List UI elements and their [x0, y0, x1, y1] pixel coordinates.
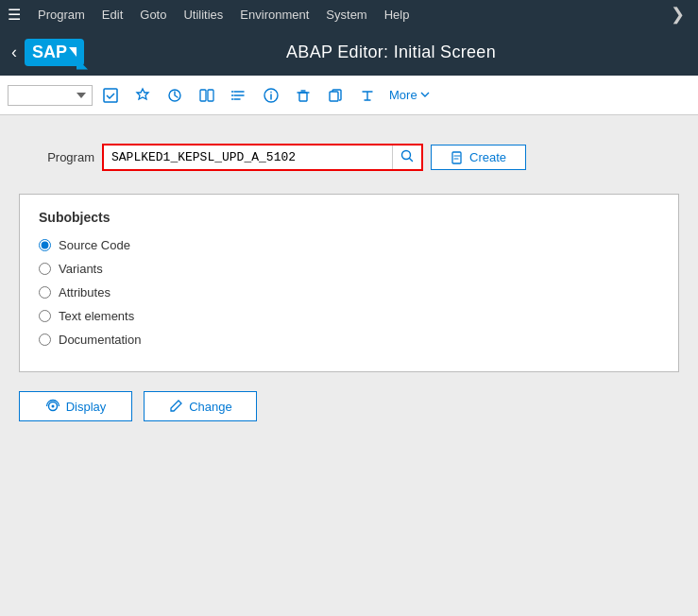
radio-item-docs[interactable]: Documentation [39, 333, 659, 347]
svg-rect-9 [299, 93, 307, 101]
toolbar-text-btn[interactable] [353, 83, 382, 108]
toolbar-delete-btn[interactable] [289, 83, 317, 108]
toolbar-select[interactable] [8, 85, 93, 106]
radio-item-variants[interactable]: Variants [39, 262, 659, 276]
radio-attributes[interactable] [39, 286, 51, 299]
subobjects-title: Subobjects [39, 210, 659, 225]
svg-point-5 [231, 94, 233, 96]
change-label: Change [189, 400, 232, 414]
create-button[interactable]: Create [431, 145, 526, 170]
menu-item-goto[interactable]: Goto [132, 4, 174, 26]
menu-item-utilities[interactable]: Utilities [176, 4, 230, 26]
more-label: More [389, 88, 417, 102]
menu-item-environment[interactable]: Environment [232, 4, 316, 26]
menu-item-system[interactable]: System [318, 4, 374, 26]
radio-variants-label: Variants [59, 262, 103, 276]
radio-source[interactable] [39, 239, 51, 251]
radio-text[interactable] [39, 310, 51, 322]
bottom-buttons: Display Change [19, 391, 679, 421]
svg-rect-3 [208, 90, 213, 101]
radio-variants[interactable] [39, 263, 51, 275]
menu-item-program[interactable]: Program [30, 4, 93, 26]
program-input[interactable] [104, 145, 392, 169]
page-title: ABAP Editor: Initial Screen [95, 43, 687, 62]
change-button[interactable]: Change [144, 391, 257, 421]
program-search-btn[interactable] [392, 145, 421, 169]
program-label: Program [19, 150, 94, 164]
svg-point-4 [231, 91, 233, 93]
radio-docs-label: Documentation [59, 333, 141, 347]
menu-item-help[interactable]: Help [377, 4, 417, 26]
menu-bar: ☰ Program Edit Goto Utilities Environmen… [0, 0, 698, 28]
toolbar: More [0, 76, 698, 115]
toolbar-check-btn[interactable] [128, 83, 157, 108]
toolbar-info-btn[interactable] [257, 83, 285, 108]
program-row: Program Create [19, 144, 679, 171]
close-icon[interactable]: ❯ [665, 2, 690, 26]
header-bar: ‹ SAP ABAP Editor: Initial Screen [0, 28, 698, 76]
subobjects-box: Subobjects Source Code Variants Attribut… [19, 194, 679, 372]
create-label: Create [469, 150, 506, 164]
toolbar-activate-btn[interactable] [96, 83, 125, 108]
program-input-wrapper [102, 144, 423, 171]
display-label: Display [66, 400, 107, 414]
svg-rect-12 [452, 152, 461, 163]
toolbar-copy-btn[interactable] [321, 83, 349, 108]
hamburger-icon[interactable]: ☰ [8, 6, 21, 24]
radio-item-text[interactable]: Text elements [39, 309, 659, 323]
svg-point-8 [270, 91, 272, 93]
radio-source-label: Source Code [59, 238, 130, 252]
back-arrow-icon[interactable]: ‹ [11, 43, 17, 62]
sap-logo: SAP [25, 39, 84, 66]
radio-text-label: Text elements [59, 309, 134, 323]
svg-rect-2 [200, 90, 206, 101]
svg-point-6 [231, 98, 233, 100]
radio-docs[interactable] [39, 334, 51, 346]
svg-rect-0 [104, 89, 117, 102]
svg-rect-10 [330, 92, 338, 101]
radio-attributes-label: Attributes [59, 285, 111, 299]
toolbar-list-btn[interactable] [225, 83, 253, 108]
svg-point-14 [51, 405, 54, 408]
toolbar-history-btn[interactable] [161, 83, 189, 108]
radio-item-attributes[interactable]: Attributes [39, 285, 659, 299]
menu-item-edit[interactable]: Edit [94, 4, 130, 26]
radio-item-source[interactable]: Source Code [39, 238, 659, 252]
display-button[interactable]: Display [19, 391, 132, 421]
toolbar-more-btn[interactable]: More [389, 88, 430, 102]
toolbar-split-btn[interactable] [193, 83, 221, 108]
main-content: Program Create Subobjects Source Code Va… [0, 115, 698, 616]
